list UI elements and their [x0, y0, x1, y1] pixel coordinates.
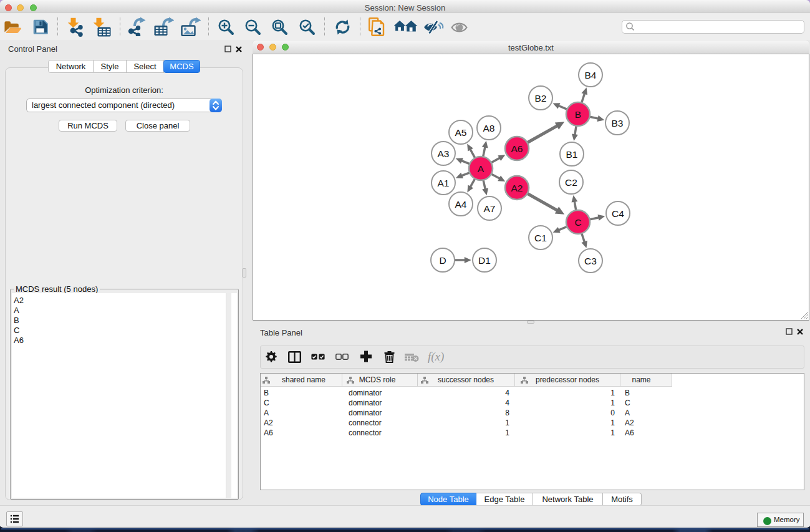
svg-text:C4: C4: [612, 208, 624, 219]
svg-text:A4: A4: [455, 199, 467, 210]
svg-text:D1: D1: [478, 255, 491, 266]
svg-text:C: C: [574, 217, 581, 228]
svg-text:B2: B2: [535, 93, 547, 104]
svg-text:A7: A7: [484, 203, 496, 214]
svg-text:D: D: [439, 255, 446, 266]
svg-text:A6: A6: [511, 143, 523, 154]
svg-text:A3: A3: [438, 148, 450, 159]
svg-text:C3: C3: [584, 256, 597, 266]
svg-text:A2: A2: [511, 183, 523, 193]
svg-text:C1: C1: [534, 233, 547, 243]
svg-text:A1: A1: [438, 178, 450, 188]
svg-text:B3: B3: [612, 118, 624, 128]
svg-text:C2: C2: [565, 177, 577, 188]
svg-text:B1: B1: [566, 149, 578, 160]
svg-text:A8: A8: [483, 123, 495, 133]
svg-text:B4: B4: [585, 70, 597, 80]
svg-text:A: A: [478, 163, 485, 174]
svg-text:A5: A5: [455, 127, 467, 138]
svg-text:B: B: [575, 109, 581, 120]
